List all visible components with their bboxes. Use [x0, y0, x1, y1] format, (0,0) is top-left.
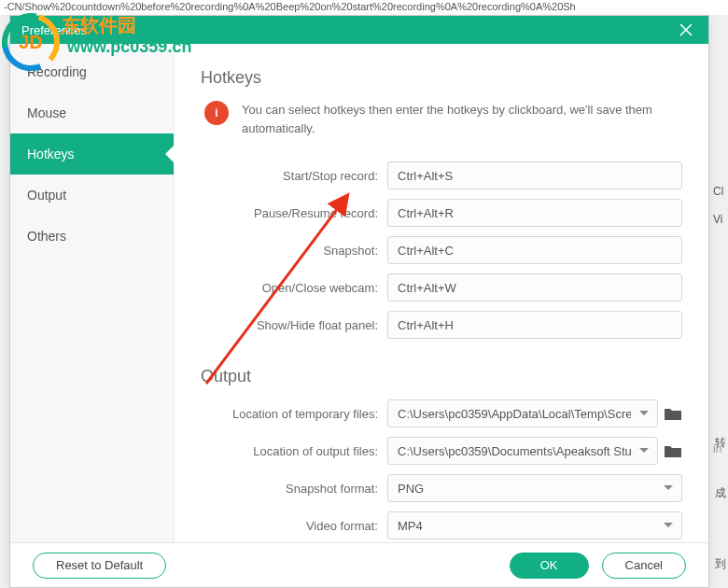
reset-button[interactable]: Reset to Default	[33, 553, 166, 579]
hotkey-label: Pause/Resume record:	[201, 206, 387, 220]
preferences-window: Preferences Recording Mouse Hotkeys Outp…	[9, 15, 709, 588]
output-label: Snapshot format:	[201, 482, 387, 496]
hotkey-input[interactable]	[387, 273, 682, 301]
hotkey-row: Pause/Resume record:	[201, 199, 682, 227]
output-row: Video format:MP4	[201, 511, 682, 539]
sidebar-item-hotkeys[interactable]: Hotkeys	[10, 133, 174, 175]
hotkey-input[interactable]	[387, 311, 682, 339]
sidebar: Recording Mouse Hotkeys Output Others	[10, 44, 175, 542]
output-select[interactable]: PNG	[387, 474, 682, 502]
path-input[interactable]	[387, 437, 658, 465]
output-row: Location of temporary files:	[201, 399, 682, 427]
close-icon[interactable]	[675, 19, 697, 41]
hotkey-row: Show/Hide float panel:	[201, 311, 682, 339]
output-label: Location of temporary files:	[201, 407, 387, 421]
titlebar: Preferences	[10, 16, 708, 44]
hotkey-input[interactable]	[387, 236, 682, 264]
info-text: You can select hotkeys then enter the ho…	[242, 101, 682, 137]
hotkey-label: Start/Stop record:	[201, 169, 387, 183]
url-bar: -CN/Show%20countdown%20before%20recordin…	[0, 0, 728, 15]
section-title-output: Output	[201, 367, 682, 386]
sidebar-item-recording[interactable]: Recording	[10, 51, 174, 92]
hotkey-label: Open/Close webcam:	[201, 281, 387, 295]
output-label: Location of output files:	[201, 444, 387, 458]
output-row: Location of output files:	[201, 437, 682, 465]
cancel-button[interactable]: Cancel	[602, 553, 686, 579]
hotkey-row: Open/Close webcam:	[201, 273, 682, 301]
hotkey-label: Show/Hide float panel:	[201, 318, 387, 332]
window-title: Preferences	[21, 23, 87, 37]
hotkey-input[interactable]	[387, 199, 682, 227]
footer: Reset to Default OK Cancel	[10, 542, 708, 587]
sidebar-item-output[interactable]: Output	[10, 175, 174, 216]
hotkey-row: Start/Stop record:	[201, 161, 682, 189]
hotkey-input[interactable]	[387, 161, 682, 189]
folder-icon[interactable]	[664, 443, 682, 458]
sidebar-item-mouse[interactable]: Mouse	[10, 92, 174, 133]
info-icon: i	[204, 101, 229, 125]
output-row: Snapshot format:PNG	[201, 474, 682, 502]
path-input[interactable]	[387, 399, 658, 427]
output-select[interactable]: MP4	[387, 511, 682, 539]
hotkey-label: Snapshot:	[201, 244, 387, 258]
background-fragments: Cl Vi in 转 成 到	[711, 0, 728, 588]
section-title-hotkeys: Hotkeys	[201, 68, 682, 88]
sidebar-item-others[interactable]: Others	[10, 216, 174, 257]
ok-button[interactable]: OK	[510, 553, 589, 579]
hotkey-row: Snapshot:	[201, 236, 682, 264]
folder-icon[interactable]	[664, 406, 682, 421]
content-panel: Hotkeys i You can select hotkeys then en…	[175, 44, 708, 542]
output-label: Video format:	[201, 519, 387, 533]
